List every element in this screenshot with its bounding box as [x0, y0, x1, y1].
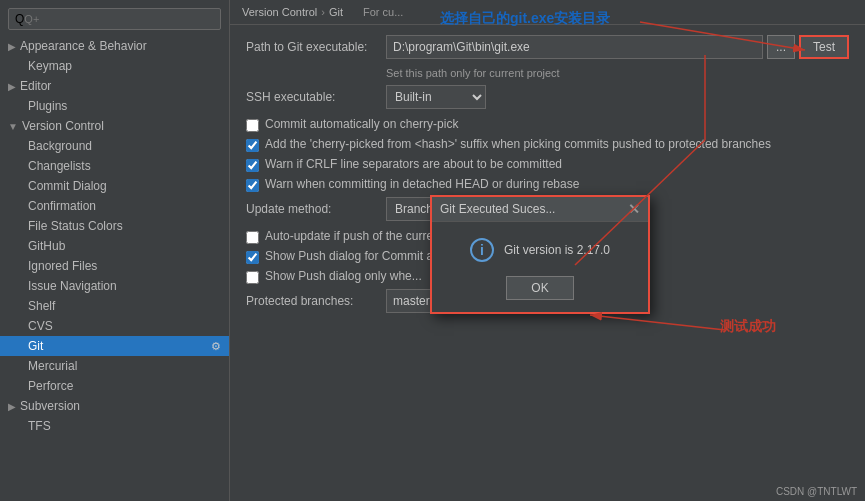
sidebar-item-version-control[interactable]: ▼ Version Control [0, 116, 229, 136]
sidebar-item-label: Confirmation [28, 199, 96, 213]
sidebar-item-label: Perforce [28, 379, 73, 393]
expand-arrow-icon: ▶ [8, 81, 16, 92]
breadcrumb-sep: › [321, 6, 325, 18]
modal-titlebar: Git Executed Suces... ✕ [432, 197, 648, 222]
checkbox-push-dialog[interactable] [246, 251, 259, 264]
checkbox-crlf[interactable] [246, 159, 259, 172]
ssh-row: SSH executable: Built-in [246, 85, 849, 109]
sidebar-item-file-status-colors[interactable]: File Status Colors [0, 216, 229, 236]
sidebar-item-shelf[interactable]: Shelf [0, 296, 229, 316]
sidebar-item-label: Mercurial [28, 359, 77, 373]
search-icon: Q [15, 12, 24, 26]
checkbox-push-dialog-only[interactable] [246, 271, 259, 284]
path-note: Set this path only for current project [386, 67, 849, 79]
sidebar-item-label: Changelists [28, 159, 91, 173]
checkbox-label-2: Add the 'cherry-picked from <hash>' suff… [265, 137, 771, 151]
sidebar-item-label: CVS [28, 319, 53, 333]
search-input[interactable] [24, 13, 214, 25]
path-label: Path to Git executable: [246, 40, 386, 54]
sidebar-item-label: Appearance & Behavior [20, 39, 147, 53]
sidebar-item-background[interactable]: Background [0, 136, 229, 156]
info-icon: i [470, 238, 494, 262]
checkbox-cherry-picked-suffix[interactable] [246, 139, 259, 152]
sidebar-item-label: Plugins [28, 99, 67, 113]
modal-body: i Git version is 2.17.0 OK [432, 222, 648, 312]
checkbox-row-2: Add the 'cherry-picked from <hash>' suff… [246, 137, 849, 152]
sidebar-item-label: Version Control [22, 119, 104, 133]
sidebar-item-appearance[interactable]: ▶ Appearance & Behavior [0, 36, 229, 56]
sidebar-item-changelists[interactable]: Changelists [0, 156, 229, 176]
sidebar-item-issue-navigation[interactable]: Issue Navigation [0, 276, 229, 296]
sidebar-item-plugins[interactable]: Plugins [0, 96, 229, 116]
expand-arrow-icon: ▶ [8, 401, 16, 412]
sidebar-item-label: File Status Colors [28, 219, 123, 233]
test-button[interactable]: Test [799, 35, 849, 59]
expand-arrow-icon: ▶ [8, 41, 16, 52]
checkbox-label-3: Warn if CRLF line separators are about t… [265, 157, 562, 171]
sidebar-item-git[interactable]: Git ⚙ [0, 336, 229, 356]
sidebar-item-label: Ignored Files [28, 259, 97, 273]
checkbox-auto-update[interactable] [246, 231, 259, 244]
checkbox-row-1: Commit automatically on cherry-pick [246, 117, 849, 132]
browse-button[interactable]: ... [767, 35, 795, 59]
protected-label: Protected branches: [246, 294, 386, 308]
sidebar-item-ignored-files[interactable]: Ignored Files [0, 256, 229, 276]
expand-arrow-icon: ▼ [8, 121, 18, 132]
sidebar-item-label: Editor [20, 79, 51, 93]
path-row: Path to Git executable: ... Test [246, 35, 849, 59]
search-box[interactable]: Q [8, 8, 221, 30]
checkbox-label-1: Commit automatically on cherry-pick [265, 117, 458, 131]
watermark: CSDN @TNTLWT [776, 486, 857, 497]
sidebar-item-cvs[interactable]: CVS [0, 316, 229, 336]
sidebar-item-label: Shelf [28, 299, 55, 313]
sidebar-item-editor[interactable]: ▶ Editor [0, 76, 229, 96]
modal-dialog: Git Executed Suces... ✕ i Git version is… [430, 195, 650, 314]
sidebar-item-label: GitHub [28, 239, 65, 253]
checkbox-cherry-pick[interactable] [246, 119, 259, 132]
sidebar-item-subversion[interactable]: ▶ Subversion [0, 396, 229, 416]
ssh-select[interactable]: Built-in [386, 85, 486, 109]
modal-close-button[interactable]: ✕ [628, 201, 640, 217]
checkbox-label-6: Show Push dialog for Commit a... [265, 249, 443, 263]
breadcrumb-for-current: For cu... [363, 6, 403, 18]
sidebar-item-perforce[interactable]: Perforce [0, 376, 229, 396]
sidebar: Q ▶ Appearance & Behavior Keymap ▶ Edito… [0, 0, 230, 501]
ssh-label: SSH executable: [246, 90, 386, 104]
git-path-input[interactable] [386, 35, 763, 59]
checkbox-row-4: Warn when committing in detached HEAD or… [246, 177, 849, 192]
sidebar-item-confirmation[interactable]: Confirmation [0, 196, 229, 216]
modal-title: Git Executed Suces... [440, 202, 628, 216]
sidebar-item-tfs[interactable]: TFS [0, 416, 229, 436]
gear-icon: ⚙ [211, 340, 221, 353]
update-method-label: Update method: [246, 202, 386, 216]
sidebar-item-label: Git [28, 339, 43, 353]
path-input-group: ... Test [386, 35, 849, 59]
breadcrumb: Version Control › Git For cu... [230, 0, 865, 25]
breadcrumb-part2: Git [329, 6, 343, 18]
modal-content-row: i Git version is 2.17.0 [470, 238, 610, 262]
sidebar-item-label: TFS [28, 419, 51, 433]
sidebar-item-mercurial[interactable]: Mercurial [0, 356, 229, 376]
checkbox-label-7: Show Push dialog only whe... [265, 269, 422, 283]
modal-ok-button[interactable]: OK [506, 276, 573, 300]
modal-message: Git version is 2.17.0 [504, 243, 610, 257]
breadcrumb-part1: Version Control [242, 6, 317, 18]
sidebar-item-label: Background [28, 139, 92, 153]
checkbox-label-4: Warn when committing in detached HEAD or… [265, 177, 579, 191]
sidebar-item-commit-dialog[interactable]: Commit Dialog [0, 176, 229, 196]
sidebar-item-keymap[interactable]: Keymap [0, 56, 229, 76]
checkbox-row-3: Warn if CRLF line separators are about t… [246, 157, 849, 172]
checkbox-detached-head[interactable] [246, 179, 259, 192]
sidebar-item-label: Subversion [20, 399, 80, 413]
sidebar-item-label: Issue Navigation [28, 279, 117, 293]
sidebar-item-github[interactable]: GitHub [0, 236, 229, 256]
sidebar-item-label: Keymap [28, 59, 72, 73]
sidebar-item-label: Commit Dialog [28, 179, 107, 193]
